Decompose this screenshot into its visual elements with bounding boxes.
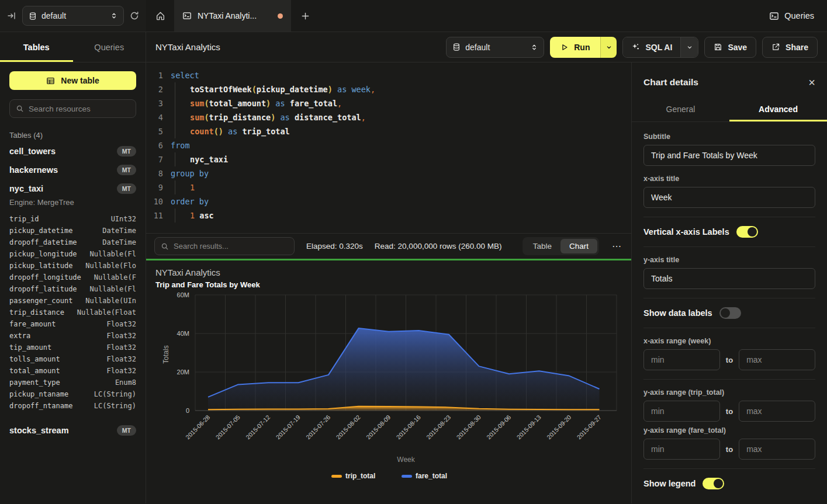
- sql-ai-split-button: SQL AI: [622, 37, 698, 58]
- chart-subtitle: Trip and Fare Totals by Week: [155, 280, 631, 289]
- run-options-button[interactable]: [600, 37, 617, 58]
- search-icon: [16, 105, 24, 113]
- code-line[interactable]: group by: [171, 166, 631, 180]
- results-search: [154, 237, 295, 255]
- yrange-fare-min-input[interactable]: [643, 439, 720, 460]
- save-button[interactable]: Save: [704, 37, 756, 58]
- share-button[interactable]: Share: [762, 37, 818, 58]
- vertical-labels-label: Vertical x-axis Labels: [643, 227, 729, 237]
- yrange-trip-min-input[interactable]: [643, 401, 720, 422]
- home-tab-button[interactable]: [146, 0, 174, 32]
- data-labels-label: Show data labels: [643, 308, 712, 318]
- column-row: pickup_longitudeNullable(Fl: [9, 248, 136, 260]
- elapsed-stat: Elapsed: 0.320s: [306, 242, 363, 251]
- subtitle-input[interactable]: [643, 145, 815, 166]
- run-button[interactable]: Run: [550, 37, 600, 58]
- svg-text:Week: Week: [397, 456, 415, 464]
- svg-text:2015-06-28: 2015-06-28: [184, 413, 212, 441]
- table-item-cell_towers[interactable]: cell_towersMT: [0, 142, 146, 161]
- view-toggle-table[interactable]: Table: [524, 239, 560, 253]
- engine-badge: MT: [117, 146, 136, 157]
- code-line[interactable]: nyc_taxi: [171, 152, 631, 166]
- svg-text:60M: 60M: [177, 291, 189, 298]
- svg-text:2015-07-12: 2015-07-12: [244, 413, 272, 441]
- xaxis-title-label: x-axis title: [643, 175, 815, 183]
- column-row: dropoff_datetimeDateTime: [9, 237, 136, 248]
- yrange-trip-label: y-axis range (trip_total): [643, 388, 815, 397]
- code-line[interactable]: sum(trip_distance) as distance_total,: [171, 110, 631, 124]
- code-line[interactable]: from: [171, 138, 631, 152]
- sidebar-tab-tables[interactable]: Tables: [0, 32, 73, 62]
- sql-editor[interactable]: 1234567891011 selecttoStartOfWeek(pickup…: [146, 62, 631, 233]
- tab-nytaxi-analytics[interactable]: NYTaxi Analyti...: [174, 0, 291, 32]
- column-row: extraFloat32: [9, 330, 136, 342]
- engine-info: Engine: MergeTree: [0, 198, 146, 212]
- sql-ai-options-button[interactable]: [680, 37, 698, 57]
- main-column: 1234567891011 selecttoStartOfWeek(pickup…: [146, 62, 631, 503]
- sidebar: New table Tables (4) cell_towersMThacker…: [0, 62, 146, 503]
- divider: [643, 328, 815, 328]
- columns-list: trip_idUInt32pickup_datetimeDateTimedrop…: [0, 212, 146, 414]
- svg-text:2015-07-19: 2015-07-19: [274, 413, 302, 441]
- new-tab-button[interactable]: [291, 0, 319, 32]
- code-line[interactable]: 1: [171, 180, 631, 194]
- tab-general[interactable]: General: [632, 98, 729, 121]
- table-item-stocks_stream[interactable]: stocks_streamMT: [0, 421, 146, 440]
- svg-text:fare_total: fare_total: [416, 472, 447, 480]
- tab-advanced[interactable]: Advanced: [729, 98, 827, 121]
- column-row: tolls_amountFloat32: [9, 353, 136, 365]
- svg-text:0: 0: [186, 407, 189, 414]
- sidebar-tab-queries[interactable]: Queries: [73, 32, 146, 62]
- svg-text:2015-08-09: 2015-08-09: [365, 413, 392, 441]
- svg-text:2015-08-30: 2015-08-30: [455, 413, 482, 441]
- column-row: dropoff_ntanameLC(String): [9, 400, 136, 412]
- yrange-fare-max-input[interactable]: [739, 439, 815, 460]
- svg-text:2015-08-02: 2015-08-02: [334, 413, 362, 441]
- code-line[interactable]: order by: [171, 194, 631, 208]
- close-icon[interactable]: ×: [808, 77, 815, 88]
- refresh-icon[interactable]: [130, 11, 139, 20]
- xrange-max-input[interactable]: [739, 349, 815, 370]
- panel-title: Chart details: [643, 77, 698, 88]
- more-options-button[interactable]: ⋯: [611, 241, 623, 252]
- search-results-input[interactable]: [174, 242, 288, 251]
- database-selector[interactable]: default: [22, 6, 124, 26]
- editor-code[interactable]: selecttoStartOfWeek(pickup_datetime) as …: [171, 68, 631, 233]
- table-icon: [46, 77, 55, 85]
- table-item-nyc_taxi[interactable]: nyc_taxiMT: [0, 179, 146, 198]
- column-row: trip_distanceNullable(Float: [9, 307, 136, 318]
- queries-button[interactable]: Queries: [769, 11, 814, 21]
- vertical-labels-toggle[interactable]: [736, 226, 758, 238]
- chevron-updown-icon: [531, 43, 538, 51]
- column-row: pickup_ntanameLC(String): [9, 388, 136, 400]
- chart-details-panel: Chart details × General Advanced Subtitl…: [631, 62, 827, 503]
- query-toolbar: NYTaxi Analytics default Run: [146, 32, 827, 62]
- xrange-min-input[interactable]: [643, 349, 720, 370]
- code-line[interactable]: count() as trip_total: [171, 124, 631, 138]
- column-row: passenger_countNullable(UIn: [9, 295, 136, 307]
- queries-label: Queries: [784, 11, 814, 20]
- column-row: payment_typeEnum8: [9, 377, 136, 388]
- area-chart[interactable]: 020M40M60M2015-06-282015-07-052015-07-12…: [155, 289, 631, 492]
- yrange-trip-max-input[interactable]: [739, 401, 815, 422]
- svg-text:Totals: Totals: [162, 345, 170, 363]
- code-line[interactable]: select: [171, 68, 631, 82]
- top-bar: default NYTaxi Analyti... Queries: [0, 0, 827, 32]
- details-tabs: General Advanced: [632, 98, 827, 122]
- database-icon: [452, 43, 461, 51]
- new-table-button[interactable]: New table: [9, 71, 136, 90]
- view-toggle-chart[interactable]: Chart: [560, 239, 597, 253]
- yaxis-title-input[interactable]: [643, 268, 815, 289]
- code-line[interactable]: toStartOfWeek(pickup_datetime) as week,: [171, 82, 631, 96]
- sql-ai-button[interactable]: SQL AI: [623, 37, 680, 57]
- xaxis-title-input[interactable]: [643, 187, 815, 208]
- data-labels-toggle[interactable]: [719, 307, 741, 319]
- toolbar-database-selector[interactable]: default: [446, 37, 544, 58]
- code-line[interactable]: sum(total_amount) as fare_total,: [171, 96, 631, 110]
- code-line[interactable]: 1 asc: [171, 208, 631, 223]
- table-item-hackernews[interactable]: hackernewsMT: [0, 161, 146, 179]
- search-resources-input[interactable]: [29, 105, 130, 113]
- divider: [643, 246, 815, 247]
- show-legend-toggle[interactable]: [703, 478, 724, 489]
- collapse-sidebar-icon[interactable]: [7, 11, 16, 20]
